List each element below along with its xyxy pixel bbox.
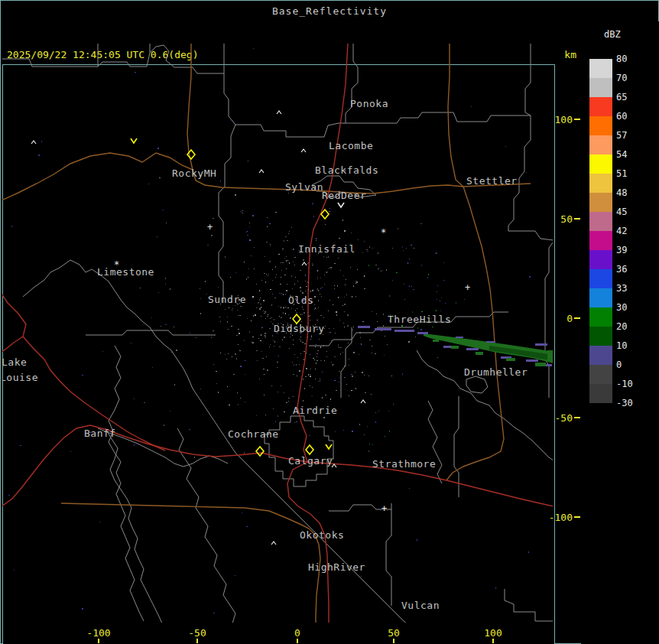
speckle-dot	[302, 314, 303, 315]
speckle-dot	[310, 339, 311, 340]
city-label-lacombe: Lacombe	[329, 140, 373, 151]
speckle-dot	[158, 292, 159, 293]
speckle-dot	[14, 570, 15, 571]
speckle-dot	[375, 412, 376, 413]
speckle-dot	[288, 193, 289, 194]
speckle-dot	[248, 268, 249, 269]
speckle-dot	[331, 362, 332, 363]
echo-purple-segment	[535, 343, 547, 346]
speckle-dot	[389, 431, 390, 432]
speckle-dot	[281, 385, 281, 386]
speckle-dot	[330, 332, 331, 333]
speckle-dot	[333, 364, 333, 366]
speckle-dot	[261, 351, 262, 352]
speckle-dot	[362, 321, 364, 322]
speckle-dot	[299, 339, 300, 340]
speckle-dot	[295, 277, 296, 278]
speckle-dot	[436, 252, 437, 254]
city-label-threehills: ThreeHills	[388, 314, 451, 325]
speckle-dot	[313, 358, 314, 359]
speckle-dot	[278, 306, 279, 307]
speckle-dot	[300, 353, 301, 354]
speckle-dot	[437, 291, 437, 292]
speckle-dot	[355, 388, 356, 389]
speckle-dot	[322, 372, 323, 372]
scale-tick-label: 51	[616, 169, 627, 178]
city-label-olds: Olds	[288, 294, 313, 306]
scale-tick-label: -30	[616, 398, 633, 408]
city-label-sylvan: Sylvan	[285, 181, 323, 193]
speckle-dot	[333, 304, 333, 305]
speckle-dot	[236, 358, 237, 359]
speckle-dot	[382, 270, 383, 271]
speckle-dot	[11, 226, 12, 227]
speckle-dot	[307, 337, 308, 337]
speckle-dot	[244, 452, 245, 454]
road-red	[2, 337, 23, 352]
speckle-dot	[258, 302, 259, 303]
speckle-dot	[326, 351, 327, 352]
speckle-dot	[282, 249, 284, 249]
speckle-dot	[351, 374, 352, 375]
speckle-dot	[364, 434, 365, 435]
echo-purple-segment	[417, 332, 428, 334]
speckle-dot	[317, 278, 318, 279]
speckle-dot	[253, 48, 254, 49]
speckle-dot	[294, 257, 296, 258]
speckle-dot	[316, 363, 317, 364]
speckle-dot	[396, 272, 398, 273]
speckle-dot	[294, 284, 295, 285]
scale-tick-label: 70	[616, 73, 627, 83]
speckle-dot	[232, 308, 233, 309]
speckle-dot	[329, 268, 330, 268]
speckle-dot	[322, 397, 323, 398]
speckle-dot	[288, 314, 289, 315]
speckle-dot	[304, 359, 304, 360]
speckle-dot	[437, 357, 438, 358]
speckle-dot	[344, 311, 345, 312]
speckle-dot	[228, 353, 229, 354]
speckle-dot	[252, 215, 254, 216]
speckle-dot	[300, 270, 301, 271]
speckle-dot	[302, 307, 303, 307]
city-label-reddeer: RedDeer	[322, 190, 366, 201]
speckle-dot	[152, 367, 153, 368]
speckle-dot	[235, 194, 236, 196]
speckle-dot	[213, 364, 214, 365]
speckle-dot	[166, 223, 167, 223]
speckle-dot	[140, 288, 141, 288]
speckle-dot	[289, 231, 290, 232]
speckle-dot	[161, 326, 161, 327]
boundary-line	[235, 112, 531, 137]
speckle-dot	[265, 281, 266, 283]
road-brown	[446, 187, 504, 480]
speckle-dot	[227, 321, 228, 323]
speckle-dot	[302, 342, 304, 343]
speckle-dot	[218, 287, 219, 288]
speckle-dot	[364, 241, 365, 242]
speckle-dot	[346, 279, 346, 280]
speckle-dot	[279, 316, 280, 317]
city-label-blackfalds: Blackfalds	[315, 164, 378, 176]
speckle-dot	[371, 394, 372, 395]
road-brown	[61, 503, 320, 623]
speckle-dot	[368, 265, 369, 266]
speckle-dot	[274, 346, 274, 346]
speckle-dot	[252, 298, 253, 298]
speckle-dot	[347, 314, 349, 316]
speckle-dot	[258, 338, 259, 339]
speckle-dot	[315, 307, 316, 309]
speckle-dot	[364, 375, 365, 376]
speckle-dot	[253, 315, 254, 317]
city-label-vulcan: Vulcan	[401, 600, 440, 611]
speckle-dot	[344, 327, 345, 327]
speckle-dot	[317, 277, 318, 278]
speckle-dot	[357, 269, 358, 270]
speckle-dot	[355, 281, 356, 282]
speckle-dot	[427, 277, 428, 278]
speckle-dot	[312, 203, 313, 204]
speckle-dot	[276, 275, 277, 275]
speckle-dot	[286, 402, 287, 403]
speckle-dot	[293, 396, 294, 397]
speckle-dot	[367, 426, 368, 427]
